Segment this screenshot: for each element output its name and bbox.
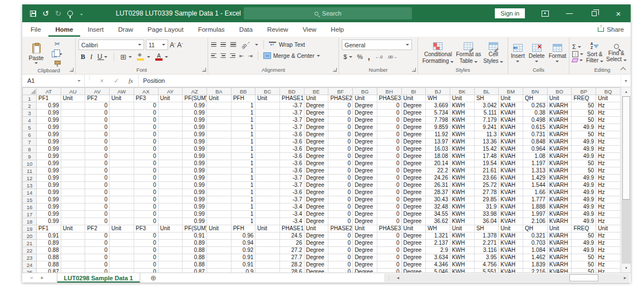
cell[interactable]: KVARH <box>547 240 572 247</box>
cell[interactable]: 0 <box>134 218 158 225</box>
cell[interactable]: 20.14 <box>426 160 450 167</box>
cell[interactable]: 0.99 <box>37 146 61 153</box>
cell[interactable]: Degree <box>304 189 328 196</box>
cell[interactable]: Degree <box>353 218 377 225</box>
cell[interactable]: Degree <box>401 110 426 117</box>
cell[interactable] <box>255 240 280 247</box>
cell[interactable] <box>158 269 183 273</box>
cell[interactable]: 0.99 <box>37 117 61 124</box>
cell[interactable]: KVAH <box>499 153 523 160</box>
cell[interactable]: Degree <box>401 167 426 175</box>
cell[interactable] <box>255 182 280 189</box>
scroll-up-icon[interactable]: ▴ <box>622 87 631 96</box>
cell[interactable]: -3.4 <box>280 204 304 211</box>
cell[interactable]: Degree <box>353 146 377 153</box>
cell[interactable]: 1 <box>231 117 255 124</box>
cell[interactable]: 5.111 <box>474 110 499 117</box>
vertical-scrollbar[interactable]: ▴ ▾ <box>621 87 631 273</box>
cell[interactable] <box>110 196 134 204</box>
cell[interactable]: 0 <box>85 131 110 138</box>
cell[interactable] <box>207 160 231 167</box>
cell[interactable]: Unit <box>353 225 377 232</box>
column-header-BC[interactable]: BC <box>255 88 280 95</box>
cell[interactable]: 3.116 <box>474 247 499 254</box>
cell[interactable]: 24.26 <box>426 175 450 182</box>
cell[interactable]: Unit <box>255 225 280 232</box>
cell[interactable]: KWH <box>450 196 474 204</box>
formula-input[interactable]: Position <box>138 75 621 87</box>
cell[interactable] <box>61 204 85 211</box>
cell[interactable]: 0 <box>134 110 158 117</box>
cell[interactable]: Unit <box>158 225 183 232</box>
cell[interactable]: Unit <box>353 95 377 102</box>
cell[interactable]: KVARH <box>547 146 572 153</box>
comma-style-button[interactable]: , <box>368 52 370 61</box>
cell[interactable]: KVAH <box>499 160 523 167</box>
menu-tab-formulas[interactable]: Formulas <box>191 22 232 37</box>
cell[interactable]: 1.321 <box>426 232 450 240</box>
cell[interactable]: KVAH <box>499 211 523 218</box>
cell[interactable] <box>61 175 85 182</box>
cell[interactable] <box>158 160 183 167</box>
find-select-button[interactable]: Find &Select <box>606 42 627 63</box>
cell[interactable]: 1 <box>231 196 255 204</box>
cell[interactable]: KVAH <box>499 269 523 273</box>
cell[interactable]: 0 <box>377 261 401 269</box>
cell[interactable]: 1.888 <box>523 204 548 211</box>
cell[interactable]: 0 <box>328 124 353 131</box>
cell[interactable]: -3.7 <box>280 182 304 189</box>
previous-sheet-icon[interactable]: ◄ <box>29 275 33 280</box>
cell[interactable]: 0 <box>134 232 158 240</box>
cell[interactable]: Degree <box>353 167 377 175</box>
cell[interactable]: 1 <box>231 153 255 160</box>
expand-formula-bar-icon[interactable]: ▾ <box>621 75 631 87</box>
cell[interactable]: KVARH <box>547 124 572 131</box>
cell[interactable]: KVAH <box>499 240 523 247</box>
cell[interactable]: KWH <box>450 232 474 240</box>
vertical-scroll-track[interactable] <box>622 200 631 264</box>
cell[interactable]: 7.179 <box>474 117 499 124</box>
cell[interactable]: 0 <box>377 167 401 175</box>
cell[interactable]: 0 <box>328 232 353 240</box>
cell[interactable]: PHASE1 <box>280 225 304 232</box>
cell[interactable]: 0.87 <box>37 269 61 273</box>
cell[interactable]: 0 <box>328 189 353 196</box>
cell[interactable]: Degree <box>304 167 328 175</box>
cell[interactable]: Degree <box>304 182 328 189</box>
menu-tab-help[interactable]: Help <box>323 22 351 37</box>
row-header-10[interactable]: 10 <box>23 160 37 167</box>
cell[interactable]: 0 <box>377 175 401 182</box>
cell[interactable]: 49.9 <box>572 196 596 204</box>
cell[interactable]: -3.6 <box>280 131 304 138</box>
cell[interactable]: 50 <box>572 261 596 269</box>
cell[interactable]: 1.378 <box>474 232 499 240</box>
fill-color-button[interactable] <box>137 52 150 62</box>
cell[interactable]: Unit <box>499 225 523 232</box>
cell[interactable] <box>158 232 183 240</box>
cell[interactable]: 0 <box>377 247 401 254</box>
cell[interactable]: 2.271 <box>474 240 499 247</box>
cell[interactable]: 5.551 <box>474 269 499 273</box>
cell[interactable]: 0 <box>134 160 158 167</box>
name-box[interactable]: A1 <box>22 75 85 87</box>
underline-button[interactable]: U <box>97 53 107 61</box>
cell[interactable]: 0 <box>328 167 353 175</box>
cell[interactable]: 1.66 <box>523 189 548 196</box>
cell[interactable] <box>110 254 134 261</box>
cell[interactable]: 1 <box>231 204 255 211</box>
cell[interactable]: 0 <box>134 261 158 269</box>
redo-icon[interactable]: ↻ <box>55 9 62 17</box>
cell[interactable] <box>255 211 280 218</box>
cell[interactable]: Unit <box>110 225 134 232</box>
cell[interactable]: 0 <box>134 240 158 247</box>
cell[interactable]: 0 <box>377 110 401 117</box>
increase-indent-button[interactable]: ⇥ <box>248 53 252 59</box>
cell[interactable]: Degree <box>304 138 328 146</box>
cell[interactable]: KWH <box>450 110 474 117</box>
cell[interactable] <box>110 110 134 117</box>
cell[interactable]: Degree <box>401 153 426 160</box>
cell[interactable] <box>61 102 85 110</box>
cell[interactable]: -3.7 <box>280 196 304 204</box>
cell[interactable]: 0.99 <box>183 160 207 167</box>
cell[interactable]: 50 <box>572 160 596 167</box>
